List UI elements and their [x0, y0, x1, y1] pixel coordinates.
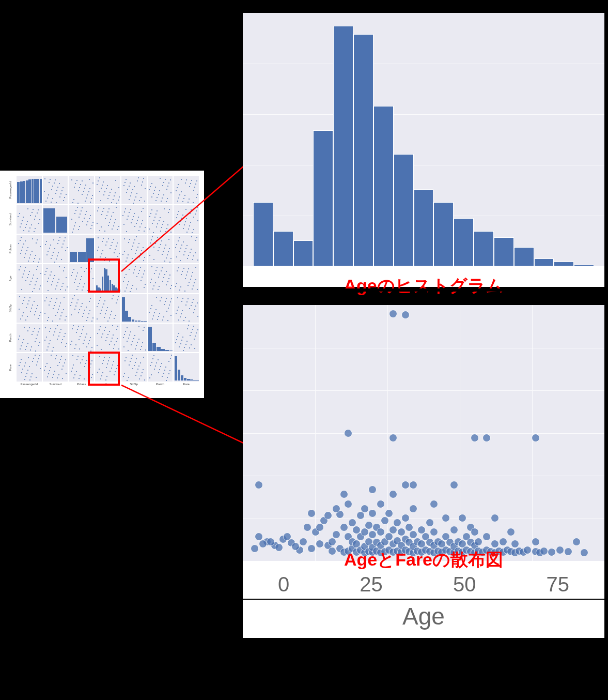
pairplot-xlabel-5: Parch: [148, 383, 173, 393]
age-fare-scatter-plot: [243, 305, 604, 561]
pairplot-cell-1-5: [148, 205, 173, 234]
pairplot-cell-2-4: [121, 235, 147, 263]
pairplot-ylabel-3: Age: [5, 264, 15, 293]
pairplot-cell-5-3: [95, 324, 120, 352]
age-histogram: [243, 13, 604, 287]
pairplot-xlabel-0: PassengerId: [17, 383, 42, 393]
section-divider: [243, 288, 608, 292]
pairplot-cell-5-0: [17, 324, 42, 352]
pairplot-cell-4-2: [69, 294, 94, 323]
pairplot-cell-6-6: [174, 353, 199, 382]
pairplot-ylabel-4: SibSp: [5, 294, 15, 323]
pairplot-cell-2-3: [95, 235, 120, 263]
scatter-xtick-1: 25: [360, 573, 383, 599]
pairplot-xlabel-4: SibSp: [121, 383, 147, 393]
pairplot-cell-3-4: [121, 264, 147, 293]
pairplot-cell-3-0: [17, 264, 42, 293]
pairplot-cell-1-1: [43, 205, 68, 234]
pairplot-ylabel-2: Pclass: [5, 235, 15, 263]
scatter-xtick-0: 0: [278, 573, 289, 599]
pairplot-cell-1-0: [17, 205, 42, 234]
scatter-xtick-2: 50: [453, 573, 476, 599]
pairplot-cell-4-6: [174, 294, 199, 323]
age-fare-scatter: [243, 305, 604, 584]
pairplot-cell-0-6: [174, 176, 199, 204]
pairplot-cell-2-0: [17, 235, 42, 263]
pairplot-cell-0-0: [17, 176, 42, 204]
pairplot-ylabel-0: PassengerId: [5, 176, 15, 204]
pairplot-cell-0-2: [69, 176, 94, 204]
pairplot-cell-1-2: [69, 205, 94, 234]
pairplot-cell-5-1: [43, 324, 68, 352]
pairplot-cell-6-0: [17, 353, 42, 382]
pairplot-cell-0-3: [95, 176, 120, 204]
pairplot-cell-5-6: [174, 324, 199, 352]
scatter-xticks: 0 25 50 75: [243, 573, 604, 599]
pairplot-cell-4-3: [95, 294, 120, 323]
pairplot-cell-0-1: [43, 176, 68, 204]
scatter-xtick-3: 75: [546, 573, 569, 599]
pairplot-cell-6-1: [43, 353, 68, 382]
pairplot-cell-2-2: [69, 235, 94, 263]
pairplot-cell-6-4: [121, 353, 147, 382]
pairplot-cell-3-2: [69, 264, 94, 293]
pairplot-cell-6-5: [148, 353, 173, 382]
pairplot-ylabel-5: Parch: [5, 324, 15, 352]
pairplot-cell-3-3: [95, 264, 120, 293]
age-histogram-plot: [243, 13, 604, 266]
pairplot-matrix: PassengerId Survived Pclass Age: [0, 171, 204, 398]
pairplot-ylabel-6: Fare: [5, 353, 15, 382]
pairplot-cell-3-1: [43, 264, 68, 293]
pairplot-cell-1-6: [174, 205, 199, 234]
pairplot-cell-2-1: [43, 235, 68, 263]
pairplot-xlabel-2: Pclass: [69, 383, 94, 393]
scatter-xlabel: Age: [243, 600, 604, 638]
age-fare-scatter-caption: AgeとFareの散布図: [243, 548, 604, 572]
pairplot-cell-4-4: [121, 294, 147, 323]
pairplot-ylabel-1: Survived: [5, 205, 15, 234]
pairplot-cell-2-6: [174, 235, 199, 263]
pairplot-cell-1-3: [95, 205, 120, 234]
pairplot-cell-6-2: [69, 353, 94, 382]
pairplot-cell-0-5: [148, 176, 173, 204]
pairplot-cell-6-3: [95, 353, 120, 382]
pairplot-cell-4-1: [43, 294, 68, 323]
pairplot-cell-5-4: [121, 324, 147, 352]
age-histogram-caption: Ageのヒストグラム: [243, 274, 604, 298]
pairplot-cell-1-4: [121, 205, 147, 234]
pairplot-cell-4-0: [17, 294, 42, 323]
pairplot-cell-3-6: [174, 264, 199, 293]
pairplot-cell-4-5: [148, 294, 173, 323]
pairplot-cell-5-5: [148, 324, 173, 352]
pairplot-cell-3-5: [148, 264, 173, 293]
pairplot-xlabel-6: Fare: [174, 383, 199, 393]
pairplot-xlabel-1: Survived: [43, 383, 68, 393]
pairplot-grid: PassengerId Survived Pclass Age: [5, 176, 199, 393]
pairplot-cell-2-5: [148, 235, 173, 263]
pairplot-cell-0-4: [121, 176, 147, 204]
pairplot-cell-5-2: [69, 324, 94, 352]
pairplot-xlabel-3: Age: [95, 383, 120, 393]
